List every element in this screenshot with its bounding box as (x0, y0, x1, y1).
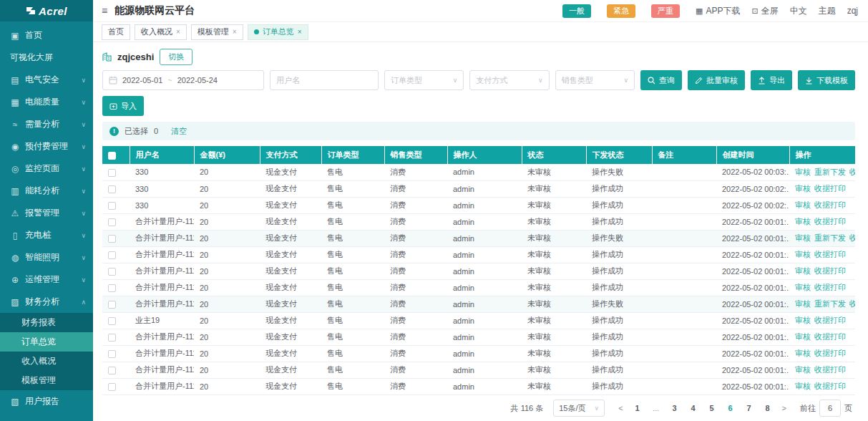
page-6[interactable]: 6 (724, 404, 737, 412)
row-checkbox[interactable] (108, 185, 116, 193)
row-checkbox[interactable] (108, 367, 116, 374)
sidebar-item-11[interactable]: ⊕运维管理∨ (0, 268, 93, 291)
action-link-0[interactable]: 审核 (795, 349, 811, 357)
sidebar-subitem-1[interactable]: 订单总览 (0, 332, 93, 352)
order-type-select[interactable]: 订单类型∨ (384, 70, 464, 90)
action-link-1[interactable]: 收据打印 (814, 200, 846, 209)
sidebar-item-10[interactable]: ◍智能照明∨ (0, 246, 93, 268)
action-link-2[interactable]: 收据打印 (849, 299, 855, 308)
download-template-button[interactable]: 下载模板 (798, 70, 855, 90)
action-link-2[interactable]: 收据打印 (849, 168, 855, 176)
sidebar-item-3[interactable]: ▦电能质量∨ (0, 91, 93, 113)
alarm-badge-urgent[interactable]: 紧急 (607, 4, 635, 18)
tab-0[interactable]: 首页 (102, 24, 130, 40)
row-checkbox[interactable] (108, 350, 116, 358)
action-link-0[interactable]: 审核 (795, 332, 811, 341)
row-checkbox[interactable] (108, 317, 116, 325)
sidebar-item-13[interactable]: ▧用户报告 (0, 390, 93, 412)
next-page-button[interactable]: > (779, 404, 790, 412)
action-link-1[interactable]: 收据打印 (814, 250, 846, 258)
page-4[interactable]: 4 (687, 404, 700, 412)
sidebar-subitem-3[interactable]: 模板管理 (0, 371, 93, 390)
tab-1[interactable]: 收入概况× (135, 24, 187, 40)
close-icon[interactable]: × (233, 28, 237, 36)
sidebar-item-5[interactable]: ◉预付费管理∨ (0, 135, 93, 158)
action-link-1[interactable]: 收据打印 (814, 266, 846, 275)
sidebar-subitem-0[interactable]: 财务报表 (0, 313, 93, 332)
sidebar-subitem-2[interactable]: 收入概况 (0, 352, 93, 371)
page-size-select[interactable]: 15条/页 ∨ (553, 400, 605, 417)
action-link-1[interactable]: 收据打印 (814, 365, 846, 374)
sidebar-item-12[interactable]: ▨财务分析∧ (0, 291, 93, 313)
row-checkbox[interactable] (108, 383, 116, 391)
page-1[interactable]: 1 (631, 404, 644, 412)
batch-audit-button[interactable]: 批量审核 (688, 70, 745, 90)
action-link-0[interactable]: 审核 (795, 316, 811, 324)
alarm-badge-general[interactable]: 一般 (562, 4, 591, 18)
sidebar-item-0[interactable]: ▣首页 (0, 24, 93, 47)
close-icon[interactable]: × (176, 28, 180, 36)
row-checkbox[interactable] (108, 218, 116, 226)
tab-3[interactable]: 订单总览× (248, 24, 308, 40)
sidebar-item-8[interactable]: ⚠报警管理∨ (0, 202, 93, 224)
action-link-0[interactable]: 审核 (795, 200, 811, 209)
page-5[interactable]: 5 (706, 404, 718, 412)
date-start[interactable]: 2022-05-01 (122, 76, 162, 84)
action-link-0[interactable]: 审核 (795, 382, 811, 390)
sidebar-item-7[interactable]: ▥能耗分析∨ (0, 180, 93, 202)
page-3[interactable]: 3 (668, 404, 681, 412)
pay-method-select[interactable]: 支付方式∨ (469, 70, 549, 90)
goto-page-input[interactable] (819, 400, 841, 417)
import-button[interactable]: 导入 (102, 96, 144, 116)
action-link-2[interactable]: 收据打印 (849, 233, 855, 242)
page-7[interactable]: 7 (743, 404, 756, 412)
row-checkbox[interactable] (108, 284, 116, 292)
action-link-1[interactable]: 收据打印 (814, 217, 846, 226)
action-link-0[interactable]: 审核 (795, 168, 811, 176)
row-checkbox[interactable] (108, 202, 116, 210)
action-link-0[interactable]: 审核 (795, 184, 811, 193)
action-link-1[interactable]: 收据打印 (814, 283, 846, 291)
sidebar-item-6[interactable]: ◎监控页面∨ (0, 158, 93, 180)
export-button[interactable]: 导出 (751, 70, 792, 90)
row-checkbox[interactable] (108, 268, 116, 276)
prev-page-button[interactable]: < (615, 404, 626, 412)
row-checkbox[interactable] (108, 235, 116, 243)
header-link-app-download[interactable]: ▦APP下载 (696, 5, 740, 17)
sidebar-item-4[interactable]: ≈需量分析∨ (0, 113, 93, 135)
action-link-1[interactable]: 重新下发 (814, 233, 846, 242)
sidebar-item-2[interactable]: ▤电气安全∨ (0, 69, 93, 91)
sidebar-collapse-icon[interactable]: ≡ (102, 5, 107, 16)
action-link-0[interactable]: 审核 (795, 233, 811, 242)
query-button[interactable]: 查询 (640, 70, 682, 90)
alarm-badge-critical[interactable]: 严重 (651, 4, 680, 18)
action-link-1[interactable]: 收据打印 (814, 316, 846, 324)
action-link-1[interactable]: 收据打印 (814, 184, 846, 193)
row-checkbox[interactable] (108, 169, 116, 177)
header-link-theme[interactable]: 主题 (819, 5, 836, 17)
action-link-1[interactable]: 收据打印 (814, 332, 846, 341)
close-icon[interactable]: × (298, 28, 302, 36)
action-link-1[interactable]: 收据打印 (814, 382, 846, 390)
action-link-0[interactable]: 审核 (795, 365, 811, 374)
header-link-language[interactable]: 中文 (790, 5, 807, 17)
header-link-user[interactable]: zqj (847, 6, 858, 16)
brand-logo[interactable]: Acrel (0, 0, 93, 21)
action-link-0[interactable]: 审核 (795, 299, 811, 308)
switch-org-button[interactable]: 切换 (160, 49, 192, 65)
action-link-0[interactable]: 审核 (795, 250, 811, 258)
select-all-checkbox[interactable] (108, 152, 116, 160)
header-link-fullscreen[interactable]: ⊡全屏 (751, 5, 778, 17)
row-checkbox[interactable] (108, 251, 116, 259)
row-checkbox[interactable] (108, 301, 116, 309)
page-8[interactable]: 8 (761, 404, 774, 412)
action-link-1[interactable]: 重新下发 (814, 168, 846, 176)
action-link-1[interactable]: 重新下发 (814, 299, 846, 308)
username-input[interactable] (276, 76, 372, 84)
action-link-0[interactable]: 审核 (795, 283, 811, 291)
date-end[interactable]: 2022-05-24 (177, 76, 218, 84)
sale-type-select[interactable]: 销售类型∨ (555, 70, 635, 90)
date-range-picker[interactable]: 2022-05-01 ~ 2022-05-24 (102, 70, 264, 90)
sidebar-item-1[interactable]: 可视化大屏 (0, 47, 93, 69)
clear-selection-link[interactable]: 清空 (171, 126, 187, 137)
